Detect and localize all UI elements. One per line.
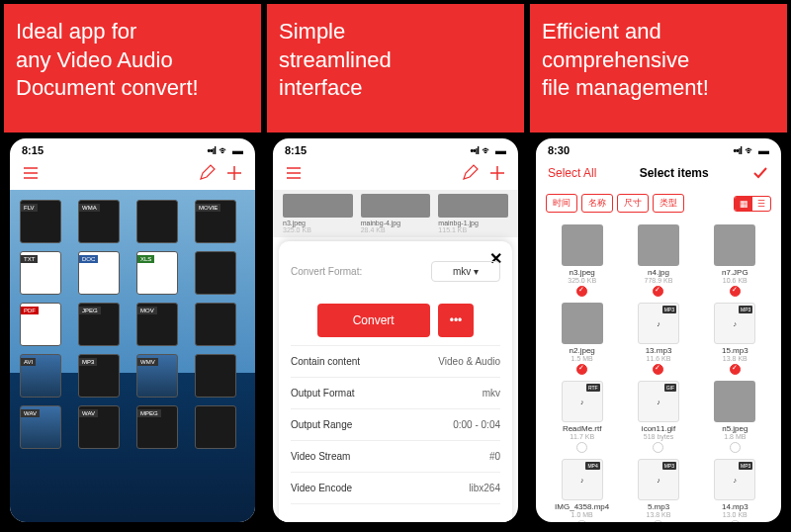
sort-pill[interactable]: 时间 — [546, 194, 577, 213]
edit-icon[interactable] — [461, 164, 479, 182]
menu-icon[interactable] — [22, 164, 40, 182]
file-type-icon[interactable]: MOV — [136, 303, 178, 346]
clock: 8:15 — [285, 144, 307, 156]
file-item[interactable]: n2.jpeg1.5 MB — [546, 303, 618, 375]
file-type-icon[interactable] — [195, 251, 236, 295]
status-icons: ••ıl ᯤ ▬ — [733, 144, 769, 156]
clock: 8:30 — [548, 144, 570, 156]
promo-header-2: Simple streamlined interface — [267, 4, 524, 133]
file-type-icon[interactable]: XLS — [136, 251, 178, 295]
file-type-icon[interactable]: MPEG — [136, 405, 178, 449]
promo-panel-2: Simple streamlined interface 8:15 ••ıl ᯤ… — [267, 4, 524, 528]
confirm-icon[interactable] — [751, 164, 769, 182]
selection-bar: Select All Select items — [536, 158, 781, 190]
sort-pill[interactable]: 尺寸 — [617, 194, 649, 213]
setting-row[interactable]: Contain contentVideo & Audio — [291, 346, 500, 378]
file-item[interactable]: MP3♪13.mp311.6 KB — [622, 303, 694, 375]
toolbar — [10, 158, 255, 190]
file-type-icon[interactable]: MP3 — [78, 354, 120, 398]
status-bar: 8:15 ••ıl ᯤ ▬ — [10, 138, 255, 158]
edit-icon[interactable] — [198, 164, 216, 182]
file-grid[interactable]: n3.jpeg325.0 KBn4.jpg778.9 KBn7.JPG10.6 … — [536, 219, 781, 522]
file-type-icon[interactable]: WAV — [78, 405, 120, 449]
select-checkbox[interactable] — [730, 520, 741, 522]
file-item[interactable]: n4.jpg778.9 KB — [622, 224, 694, 297]
file-type-icon[interactable] — [195, 405, 236, 449]
file-item[interactable]: n7.JPG10.6 KB — [699, 224, 771, 297]
file-type-icon[interactable]: FLV — [20, 200, 61, 243]
more-button[interactable]: ••• — [438, 304, 475, 337]
select-checkbox[interactable] — [576, 520, 587, 522]
status-bar: 8:15 ••ıl ᯤ ▬ — [273, 138, 518, 158]
add-icon[interactable] — [225, 164, 243, 182]
sort-pill[interactable]: 类型 — [653, 194, 684, 213]
select-checkbox[interactable] — [576, 364, 587, 375]
promo-panel-1: Ideal app for any Video Audio Document c… — [4, 4, 261, 528]
file-item[interactable]: MP3♪14.mp313.0 KB — [699, 459, 771, 522]
file-item[interactable]: n5.jpeg1.8 MB — [699, 381, 771, 453]
file-type-icon[interactable]: AVI — [20, 354, 61, 398]
sort-pill[interactable]: 名称 — [581, 194, 613, 213]
setting-row[interactable]: Output Range0:00 - 0:04 — [291, 409, 500, 441]
file-type-icon[interactable]: PDF — [20, 303, 61, 346]
menu-icon[interactable] — [285, 164, 303, 182]
file-type-icon[interactable]: DOC — [78, 251, 120, 295]
file-type-icon[interactable]: WMA — [78, 200, 120, 243]
phone-mock-2: 8:15 ••ıl ᯤ ▬ n3.jpeg325.0 KBmainbg-4.jp… — [267, 133, 524, 528]
status-icons: ••ıl ᯤ ▬ — [470, 144, 506, 156]
convert-sheet: ✕ Convert Format: mkv ▾ Convert ••• Cont… — [279, 241, 512, 522]
add-icon[interactable] — [488, 164, 506, 182]
file-item[interactable]: MP3♪15.mp313.8 KB — [699, 303, 771, 375]
file-item[interactable]: RTF♪ReadMe.rtf11.7 KB — [546, 381, 618, 453]
view-toggle[interactable]: ▦ ☰ — [734, 196, 771, 212]
list-view-icon[interactable]: ☰ — [752, 197, 770, 211]
select-checkbox[interactable] — [653, 286, 663, 297]
select-checkbox[interactable] — [653, 442, 663, 453]
setting-row[interactable]: Video Stream#0 — [291, 441, 500, 473]
page-title: Select items — [596, 166, 751, 180]
select-checkbox[interactable] — [653, 520, 663, 522]
clock: 8:15 — [22, 144, 44, 156]
file-type-icon[interactable]: JPEG — [78, 303, 120, 346]
setting-row[interactable]: Output Formatmkv — [291, 378, 500, 409]
file-item[interactable]: GIF♪icon11.gif518 bytes — [622, 381, 694, 453]
convert-format-label: Convert Format: — [291, 266, 362, 277]
select-all-button[interactable]: Select All — [548, 166, 596, 180]
status-bar: 8:30 ••ıl ᯤ ▬ — [536, 138, 781, 158]
thumbnail-item[interactable]: mainbg-1.jpg115.1 KB — [438, 194, 508, 233]
file-type-icon[interactable]: TXT — [20, 251, 61, 295]
file-type-icon[interactable]: WMV — [136, 354, 178, 398]
file-item[interactable]: MP4♪IMG_4358.mp41.0 MB — [546, 459, 618, 522]
select-checkbox[interactable] — [653, 364, 663, 375]
setting-row[interactable]: Video Encodelibx264 — [291, 473, 500, 504]
sort-pills: 时间名称尺寸类型 ▦ ☰ — [536, 190, 781, 219]
phone-mock-3: 8:30 ••ıl ᯤ ▬ Select All Select items 时间… — [530, 133, 787, 528]
thumbnail-row: n3.jpeg325.0 KBmainbg-4.jpg28.4 KBmainbg… — [273, 190, 518, 237]
toolbar — [273, 158, 518, 190]
file-type-icon[interactable] — [136, 200, 178, 243]
file-type-icon[interactable]: MOVIE — [195, 200, 236, 243]
status-icons: ••ıl ᯤ ▬ — [207, 144, 243, 156]
file-item[interactable]: MP3♪5.mp313.8 KB — [622, 459, 694, 522]
convert-button[interactable]: Convert — [317, 304, 430, 337]
format-dropdown[interactable]: mkv ▾ — [431, 261, 500, 282]
promo-header-3: Efficient and comprehensive file managem… — [530, 4, 787, 133]
file-type-icon[interactable]: WAV — [20, 405, 61, 449]
select-checkbox[interactable] — [730, 286, 741, 297]
grid-view-icon[interactable]: ▦ — [735, 197, 752, 211]
file-type-icon[interactable] — [195, 354, 236, 398]
file-grid[interactable]: FLVWMAMOVIETXTDOCXLSPDFJPEGMOVAVIMP3WMVW… — [10, 190, 255, 522]
thumbnail-item[interactable]: mainbg-4.jpg28.4 KB — [361, 194, 431, 233]
promo-panel-3: Efficient and comprehensive file managem… — [530, 4, 787, 528]
promo-header-1: Ideal app for any Video Audio Document c… — [4, 4, 261, 133]
phone-mock-1: 8:15 ••ıl ᯤ ▬ FLVWMAMOVIETXTDOCXLSPDFJPE… — [4, 133, 261, 528]
file-item[interactable]: n3.jpeg325.0 KB — [546, 224, 618, 297]
file-type-icon[interactable] — [195, 303, 236, 346]
thumbnail-item[interactable]: n3.jpeg325.0 KB — [283, 194, 353, 233]
select-checkbox[interactable] — [730, 364, 741, 375]
select-checkbox[interactable] — [576, 286, 587, 297]
select-checkbox[interactable] — [576, 442, 587, 453]
select-checkbox[interactable] — [730, 442, 741, 453]
